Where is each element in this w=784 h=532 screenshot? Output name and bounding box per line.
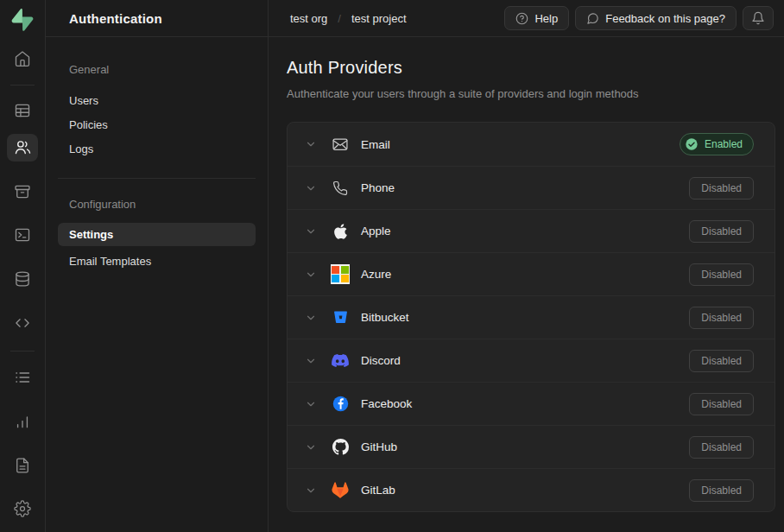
auth-sidebar: Authentication General Users Policies Lo… — [46, 0, 269, 532]
sidebar-item-logs[interactable]: Logs — [58, 136, 256, 161]
topbar: test org / test project Help Feedback on… — [269, 0, 784, 37]
status-badge-enabled: Enabled — [680, 133, 754, 155]
help-button-label: Help — [534, 12, 558, 25]
breadcrumb-separator: / — [338, 12, 341, 25]
check-circle-icon — [685, 137, 699, 151]
storage-icon[interactable] — [7, 178, 38, 206]
sidebar-item-settings[interactable]: Settings — [58, 223, 256, 246]
providers-card: Email Enabled Phone Disabled — [287, 122, 775, 512]
provider-row-github[interactable]: GitHub Disabled — [288, 425, 775, 468]
feedback-button[interactable]: Feedback on this page? — [575, 6, 737, 30]
provider-row-azure[interactable]: Azure Disabled — [288, 252, 775, 295]
chevron-down-icon — [305, 312, 317, 324]
breadcrumb-org[interactable]: test org — [290, 12, 327, 25]
sidebar-item-users[interactable]: Users — [58, 88, 256, 112]
chevron-down-icon — [305, 269, 317, 281]
database-icon[interactable] — [7, 265, 38, 293]
home-icon[interactable] — [7, 45, 38, 73]
provider-row-bitbucket[interactable]: Bitbucket Disabled — [288, 295, 775, 339]
help-button[interactable]: Help — [504, 6, 569, 30]
topbar-actions: Help Feedback on this page? — [504, 6, 774, 30]
sql-editor-icon[interactable] — [7, 221, 38, 249]
feedback-button-label: Feedback on this page? — [605, 12, 725, 25]
chevron-down-icon — [305, 398, 317, 410]
api-code-icon[interactable] — [7, 309, 38, 337]
auth-providers-section: Auth Providers Authenticate your users t… — [269, 37, 784, 512]
settings-gear-icon[interactable] — [7, 495, 38, 522]
supabase-logo[interactable] — [8, 7, 37, 33]
provider-name: Email — [361, 138, 390, 151]
apple-logo-icon — [331, 223, 350, 240]
chevron-down-icon — [305, 138, 317, 150]
icon-rail — [0, 0, 46, 532]
provider-row-facebook[interactable]: Facebook Disabled — [288, 382, 775, 425]
provider-name: GitLab — [361, 484, 395, 497]
provider-row-email[interactable]: Email Enabled — [288, 123, 775, 166]
provider-name: Facebook — [361, 397, 412, 410]
status-badge-disabled: Disabled — [689, 436, 754, 459]
page-subtitle: Authenticate your users through a suite … — [287, 87, 775, 100]
logs-icon[interactable] — [7, 364, 38, 391]
auth-icon[interactable] — [7, 134, 38, 162]
provider-name: Bitbucket — [361, 311, 409, 324]
provider-name: Phone — [361, 181, 395, 194]
rail-divider — [10, 85, 35, 86]
sidebar-item-policies[interactable]: Policies — [58, 112, 256, 136]
chevron-down-icon — [305, 182, 317, 194]
status-badge-disabled: Disabled — [689, 263, 754, 286]
sidebar-title: Authentication — [69, 11, 162, 26]
email-icon — [331, 136, 350, 153]
chevron-down-icon — [305, 484, 317, 497]
provider-row-gitlab[interactable]: GitLab Disabled — [288, 468, 775, 511]
rail-divider — [10, 351, 35, 352]
docs-icon[interactable] — [7, 452, 38, 479]
status-badge-disabled: Disabled — [689, 177, 754, 200]
provider-name: Azure — [361, 268, 391, 281]
status-badge-disabled: Disabled — [689, 350, 754, 372]
sidebar-item-email-templates[interactable]: Email Templates — [58, 249, 256, 273]
gitlab-logo-icon — [331, 482, 350, 498]
provider-row-apple[interactable]: Apple Disabled — [288, 209, 775, 252]
bitbucket-logo-icon — [331, 309, 350, 326]
status-badge-disabled: Disabled — [689, 307, 754, 329]
chevron-down-icon — [305, 355, 317, 367]
status-badge-disabled: Disabled — [689, 479, 754, 502]
provider-name: Apple — [361, 225, 391, 238]
phone-icon — [331, 180, 350, 196]
table-editor-icon[interactable] — [7, 97, 38, 124]
sidebar-header: Authentication — [46, 0, 268, 37]
breadcrumb-project[interactable]: test project — [351, 12, 407, 25]
status-badge-disabled: Disabled — [689, 220, 754, 243]
provider-name: GitHub — [361, 440, 397, 453]
status-badge-disabled: Disabled — [689, 393, 754, 415]
provider-name: Discord — [361, 354, 401, 367]
provider-row-phone[interactable]: Phone Disabled — [288, 166, 775, 209]
section-label-general: General — [58, 63, 256, 76]
section-label-configuration: Configuration — [58, 198, 256, 211]
facebook-logo-icon — [331, 396, 350, 412]
chevron-down-icon — [305, 441, 317, 453]
page-title: Auth Providers — [287, 58, 775, 78]
main-column: test org / test project Help Feedback on… — [269, 0, 784, 532]
notifications-bell-icon — [751, 11, 765, 25]
chevron-down-icon — [305, 225, 317, 238]
help-circle-icon — [515, 12, 528, 25]
provider-row-discord[interactable]: Discord Disabled — [288, 339, 775, 382]
microsoft-azure-logo-icon — [331, 264, 350, 284]
notifications-button[interactable] — [743, 6, 774, 30]
sidebar-divider — [58, 178, 256, 179]
speech-bubble-icon — [586, 12, 599, 25]
reports-icon[interactable] — [7, 408, 38, 435]
sidebar-nav: General Users Policies Logs Configuratio… — [46, 37, 268, 273]
github-logo-icon — [331, 439, 350, 455]
discord-logo-icon — [331, 354, 350, 367]
